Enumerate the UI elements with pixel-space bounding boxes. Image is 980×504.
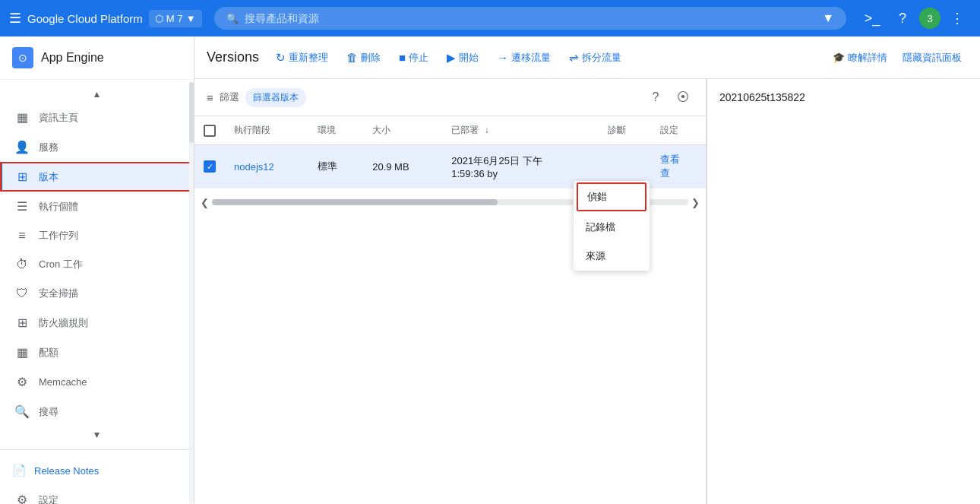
stop-label: 停止 [409,51,428,65]
sidebar-item-instances[interactable]: ☰ 執行個體 [0,192,194,221]
select-all-checkbox[interactable] [204,125,216,137]
terminal-icon: >_ [865,11,880,27]
row-runtime-link[interactable]: nodejs12 [234,161,274,173]
delete-button[interactable]: 🗑 刪除 [339,46,388,69]
start-button[interactable]: ▶ 開始 [439,46,486,69]
filter-help-icon: ? [653,90,659,104]
columns-button[interactable]: ⦿ [672,87,694,108]
col-diagnostics-label: 診斷 [608,125,626,135]
sidebar-footer: 📄 Release Notes ⚙ 設定 ❮ [0,449,194,504]
learn-more-link[interactable]: 🎓 瞭解詳情 [827,46,893,69]
filter-bar: ≡ 篩選 篩選器版本 ? ⦿ [194,79,706,116]
settings-icon: ⚙ [14,493,30,504]
terminal-button[interactable]: >_ [858,5,886,32]
search-expand-icon[interactable]: ▼ [822,11,834,25]
col-deployed-label: 已部署 [451,125,479,135]
filter-chip-versions[interactable]: 篩選器版本 [245,88,306,107]
top-navigation: ☰ Google Cloud Platform ⬡ M 7 ▼ 🔍 ▼ >_ ?… [0,0,980,36]
row-checkbox[interactable]: ✓ [204,160,216,173]
migrate-label: 遷移流量 [511,51,551,65]
sidebar-item-search[interactable]: 🔍 搜尋 [0,397,194,426]
row-checkbox-cell[interactable]: ✓ [194,145,225,189]
migrate-button[interactable]: → 遷移流量 [489,46,558,69]
sidebar-item-label: 服務 [39,141,58,154]
help-button[interactable]: ? [889,5,916,32]
menu-icon[interactable]: ☰ [9,10,21,27]
split-label: 拆分流量 [582,51,621,65]
sidebar-item-services[interactable]: 👤 服務 [0,132,194,162]
row-runtime-cell: nodejs12 [225,145,308,189]
dropdown-item-debug[interactable]: 偵錯 [577,182,646,211]
release-notes-link[interactable]: 📄 Release Notes [0,456,194,485]
avatar[interactable]: 3 [919,8,940,29]
scroll-down-indicator: ▼ [0,426,194,443]
nav-icons: >_ ? 3 ⋮ [858,5,971,32]
table-section: ≡ 篩選 篩選器版本 ? ⦿ [194,79,707,504]
sidebar-item-task-queues[interactable]: ≡ 工作佇列 [0,221,194,250]
help-icon: ? [899,11,906,27]
sidebar-item-label: 版本 [39,170,58,184]
main-layout: ⊙ App Engine ▲ ▦ 資訊主頁 👤 服務 ⊞ 版本 ☰ 執行個體 [0,36,980,504]
scroll-left-icon[interactable]: ❮ [201,197,209,208]
col-diagnostics: 診斷 [599,116,651,145]
project-selector[interactable]: ⬡ M 7 ▼ [149,10,202,27]
sidebar-item-security[interactable]: 🛡 安全掃描 [0,279,194,308]
more-options-button[interactable]: ⋮ [944,5,971,32]
side-panel: 20210625t135822 [707,79,980,504]
filter-actions: ? ⦿ [645,87,694,108]
dropdown-item-logs[interactable]: 記錄檔 [574,213,650,242]
services-icon: 👤 [14,140,30,154]
sidebar: ⊙ App Engine ▲ ▦ 資訊主頁 👤 服務 ⊞ 版本 ☰ 執行個體 [0,36,194,504]
sidebar-item-label: 設定 [39,493,58,505]
sidebar-item-memcache[interactable]: ⚙ Memcache [0,367,194,397]
select-all-header[interactable] [194,116,225,145]
sidebar-item-dashboard[interactable]: ▦ 資訊主頁 [0,103,194,132]
scroll-up-indicator: ▲ [0,86,194,103]
dropdown-item-source[interactable]: 來源 [574,242,650,271]
refresh-button[interactable]: ↻ 重新整理 [268,46,336,69]
side-panel-title: 20210625t135822 [719,91,968,103]
task-queues-icon: ≡ [14,229,30,242]
start-icon: ▶ [447,51,456,65]
sidebar-scrollbar[interactable] [189,82,194,504]
row-size-cell: 20.9 MB [363,145,442,189]
sidebar-scrollbar-thumb [189,82,194,143]
hide-panel-link[interactable]: 隱藏資訊面板 [896,46,968,69]
sidebar-item-label: 安全掃描 [39,287,78,300]
hide-panel-label: 隱藏資訊面板 [903,51,962,65]
sidebar-item-quotas[interactable]: ▦ 配額 [0,338,194,367]
stop-button[interactable]: ■ 停止 [391,46,436,69]
chevron-down-icon: ▼ [186,13,196,24]
col-runtime: 執行階段 [225,116,308,145]
sidebar-item-versions[interactable]: ⊞ 版本 [0,162,194,192]
filter-icon: ≡ [207,91,213,104]
stop-icon: ■ [399,51,406,64]
sidebar-item-firewall[interactable]: ⊞ 防火牆規則 [0,308,194,338]
row-settings-link[interactable]: 查看 [660,154,680,165]
project-name: M [166,13,175,24]
col-env-label: 環境 [318,125,336,135]
horizontal-scrollbar-thumb [212,199,498,205]
sidebar-item-label: 執行個體 [39,200,78,214]
search-input[interactable] [245,12,816,24]
row-settings-link2[interactable]: 查 [660,167,670,179]
learn-more-label: 瞭解詳情 [848,51,887,65]
scroll-right-icon[interactable]: ❯ [691,197,700,208]
delete-icon: 🗑 [346,51,358,64]
filter-label: 篩選 [220,90,239,104]
refresh-label: 重新整理 [289,51,328,65]
sidebar-item-label: 搜尋 [39,405,58,419]
sidebar-item-cron[interactable]: ⏱ Cron 工作 [0,250,194,279]
col-deployed[interactable]: 已部署 ↓ [442,116,599,145]
main-toolbar: Versions ↻ 重新整理 🗑 刪除 ■ 停止 ▶ 開始 → 遷移流量 [194,36,980,79]
split-button[interactable]: ⇌ 拆分流量 [561,46,629,69]
migrate-icon: → [497,51,508,64]
search-bar[interactable]: 🔍 ▼ [214,7,846,30]
sidebar-item-settings[interactable]: ⚙ 設定 [0,485,194,504]
sidebar-app-title: App Engine [41,51,104,65]
start-label: 開始 [459,51,479,65]
security-icon: 🛡 [14,287,30,300]
app-engine-icon: ⊙ [12,47,33,68]
refresh-icon: ↻ [276,51,286,65]
filter-help-button[interactable]: ? [645,87,666,108]
